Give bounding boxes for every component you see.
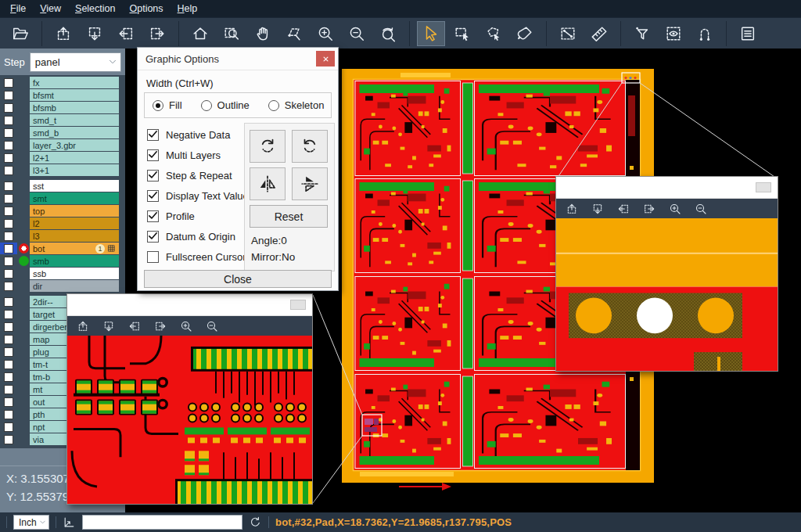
layer-visibility-checkbox[interactable] (0, 139, 17, 151)
layer-label-smd_b[interactable]: smd_b (30, 127, 119, 138)
menu-help[interactable]: Help (171, 2, 205, 16)
pan-tool-button[interactable] (249, 21, 277, 46)
layer-visibility-checkbox[interactable] (0, 164, 17, 176)
checkbox-datum-origin[interactable]: Datum & Origin (147, 226, 244, 246)
layer-label-ssb[interactable]: ssb (30, 268, 119, 279)
layer-label-bfsmb[interactable]: bfsmb (30, 102, 119, 113)
select-polygon-button[interactable] (480, 21, 508, 46)
checkbox-fullscreen-cursor[interactable]: Fullscreen Cursor (147, 246, 244, 267)
zoom-home-button[interactable] (186, 21, 214, 46)
layer-visibility-checkbox[interactable] (0, 102, 17, 113)
layer-label-layer_3.gbr[interactable]: layer_3.gbr (30, 139, 119, 151)
ruler-tool-button[interactable] (585, 21, 613, 46)
layer-row-l2[interactable]: l2 (0, 217, 125, 229)
menu-options[interactable]: Options (122, 2, 170, 16)
layer-visibility-checkbox[interactable] (0, 77, 17, 88)
filter-tool-button[interactable] (628, 21, 656, 46)
layer-row-l3[interactable]: l3 (0, 230, 125, 242)
layer-visibility-checkbox[interactable] (0, 333, 17, 345)
layer-label-sst[interactable]: sst (30, 180, 119, 192)
zoom-out-button[interactable] (343, 21, 371, 46)
pan-left-icon[interactable] (128, 320, 141, 332)
pan-right-button[interactable] (143, 21, 171, 46)
zoom-out-icon[interactable] (206, 320, 218, 332)
dialog-close-button[interactable] (316, 51, 335, 66)
layer-visibility-checkbox[interactable] (0, 346, 17, 358)
layer-label-l2+1[interactable]: l2+1 (30, 152, 119, 164)
menu-view[interactable]: View (33, 2, 68, 16)
radio-outline[interactable]: Outline (201, 99, 250, 111)
step-select[interactable]: panel (30, 52, 121, 72)
checkbox-profile[interactable]: Profile (147, 206, 244, 226)
layer-label-fx[interactable]: fx (30, 77, 119, 88)
popup-zoom-view[interactable] (556, 218, 778, 371)
unit-select[interactable]: Inch (13, 515, 49, 530)
highlight-net-button[interactable] (691, 21, 719, 46)
layer-visibility-checkbox[interactable] (0, 383, 17, 395)
popup-window-button[interactable] (290, 300, 306, 310)
layer-visibility-checkbox[interactable] (0, 321, 17, 332)
report-panel-button[interactable] (734, 21, 762, 46)
refresh-icon[interactable] (249, 516, 262, 529)
layer-visibility-checkbox[interactable] (0, 421, 17, 433)
layer-visibility-checkbox[interactable] (0, 255, 17, 267)
open-file-button[interactable] (6, 21, 34, 46)
layer-label-l3+1[interactable]: l3+1 (30, 164, 119, 176)
pan-down-icon[interactable] (102, 320, 115, 332)
layer-row-bot[interactable]: bot1 (0, 243, 125, 254)
layer-row-layer_3.gbr[interactable]: layer_3.gbr (0, 139, 125, 151)
layer-visibility-checkbox[interactable] (0, 205, 17, 217)
layer-label-l3[interactable]: l3 (30, 230, 119, 242)
zoom-window-button[interactable] (217, 21, 246, 46)
layer-row-bfsmt[interactable]: bfsmt (0, 89, 125, 101)
layer-row-fx[interactable]: fx (0, 77, 125, 88)
zoom-in-icon[interactable] (180, 320, 192, 332)
layer-label-smt[interactable]: smt (30, 192, 119, 204)
layer-visibility-checkbox[interactable] (0, 152, 17, 164)
layer-label-top[interactable]: top (30, 205, 119, 217)
zoom-polygon-button[interactable] (280, 21, 308, 46)
layer-label-smb[interactable]: smb (30, 255, 119, 267)
zoom-previous-button[interactable] (374, 21, 402, 46)
checkbox-display-text-value[interactable]: Display Text Value (147, 185, 244, 206)
layer-row-dir[interactable]: dir (0, 280, 125, 292)
pan-down-button[interactable] (81, 21, 109, 46)
pan-up-button[interactable] (49, 21, 77, 46)
layer-visibility-checkbox[interactable] (0, 280, 17, 292)
dialog-title-bar[interactable]: Graphic Options (138, 48, 338, 70)
layer-visibility-checkbox[interactable] (0, 371, 17, 383)
layer-visibility-checkbox[interactable] (0, 243, 17, 254)
command-input[interactable] (82, 515, 242, 530)
layer-visibility-checkbox[interactable] (0, 114, 17, 126)
layer-row-smb[interactable]: smb (0, 255, 125, 267)
layer-row-l3+1[interactable]: l3+1 (0, 164, 125, 176)
pan-left-button[interactable] (112, 21, 140, 46)
layer-visibility-checkbox[interactable] (0, 308, 17, 320)
layer-visibility-checkbox[interactable] (0, 192, 17, 204)
layer-label-l2[interactable]: l2 (30, 217, 119, 229)
pan-up-icon[interactable] (77, 320, 89, 332)
layer-row-top[interactable]: top (0, 205, 125, 217)
view-options-button[interactable] (659, 21, 688, 46)
layer-row-smt[interactable]: smt (0, 192, 125, 204)
checkbox-negative-data[interactable]: Negative Data (147, 124, 244, 145)
radio-skeleton[interactable]: Skeleton (268, 99, 325, 111)
pan-up-icon[interactable] (566, 203, 578, 215)
select-rectangle-button[interactable] (448, 21, 476, 46)
mirror-vertical-button[interactable] (292, 167, 328, 200)
menu-file[interactable]: File (3, 2, 33, 16)
menu-selection[interactable]: Selection (68, 2, 122, 16)
popup-title-bar[interactable] (67, 294, 312, 316)
select-tool-button[interactable] (417, 21, 445, 46)
popup-window-button[interactable] (756, 182, 771, 192)
layer-visibility-checkbox[interactable] (0, 296, 17, 307)
layer-visibility-checkbox[interactable] (0, 396, 17, 408)
layer-label-bfsmt[interactable]: bfsmt (30, 89, 119, 101)
layer-label-smd_t[interactable]: smd_t (30, 114, 119, 126)
close-button[interactable]: Close (144, 270, 332, 288)
layer-row-bfsmb[interactable]: bfsmb (0, 102, 125, 113)
zoom-in-button[interactable] (311, 21, 339, 46)
layer-row-l2+1[interactable]: l2+1 (0, 152, 125, 164)
rotate-cw-button[interactable] (250, 130, 286, 163)
layer-row-smd_b[interactable]: smd_b (0, 127, 125, 138)
